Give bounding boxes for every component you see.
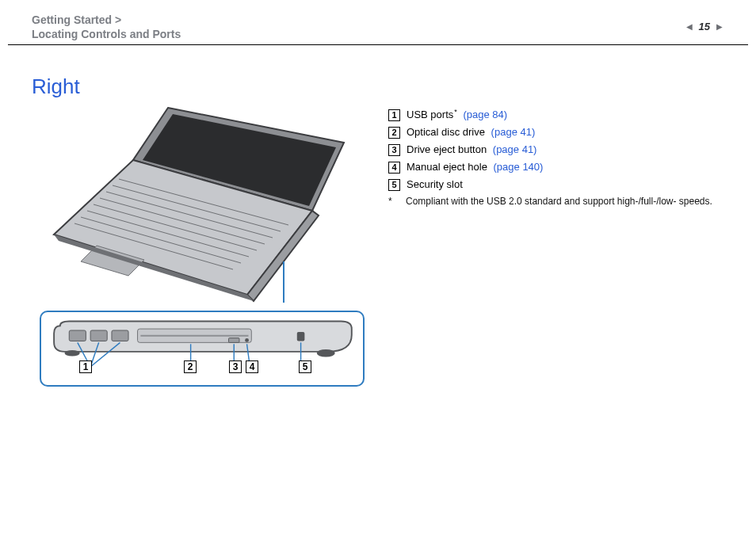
svg-rect-19 [112,330,128,341]
legend-item-3: 3 Drive eject button (page 41) [388,143,729,156]
legend-label-1: USB ports [407,109,453,120]
svg-rect-24 [297,332,305,341]
breadcrumb-line1: Getting Started > [32,13,181,27]
svg-point-23 [245,338,249,342]
callout-badge-2: 2 [184,360,197,373]
legend-label-5: Security slot [407,178,463,190]
callout-badge-4: 4 [246,360,258,373]
laptop-svg [49,105,361,303]
breadcrumb-line2: Locating Controls and Ports [32,27,181,41]
legend-item-5: 5 Security slot [388,178,729,191]
legend-pageref-3[interactable]: (page 41) [493,143,537,155]
legend-label-2: Optical disc drive [407,126,485,138]
legend: 1 USB ports* (page 84) 2 Optical disc dr… [388,108,729,207]
callout-badge-5: 5 [299,360,311,373]
svg-rect-18 [90,330,107,341]
page-next-icon[interactable]: ▶ [715,22,724,31]
legend-label-3: Drive eject button [407,143,487,155]
legend-item-2: 2 Optical disc drive (page 41) [388,126,729,139]
breadcrumb: Getting Started > Locating Controls and … [32,13,181,41]
callout-badge-3: 3 [229,360,242,373]
svg-point-15 [65,350,80,357]
page-prev-icon[interactable]: ◀ [685,22,694,31]
pager: ◀ 15 ▶ [685,21,724,32]
section-title: Right [32,74,80,99]
legend-num-3: 3 [388,144,400,156]
legend-num-4: 4 [388,162,400,174]
legend-pageref-2[interactable]: (page 41) [491,126,536,138]
svg-point-16 [317,349,335,357]
footnote-text: Compliant with the USB 2.0 standard and … [406,196,712,207]
legend-item-4: 4 Manual eject hole (page 140) [388,161,729,174]
legend-pageref-4[interactable]: (page 140) [494,161,544,173]
legend-num-2: 2 [388,127,400,139]
header-rule [8,44,748,45]
laptop-figure [49,105,361,303]
legend-footnote: * Compliant with the USB 2.0 standard an… [388,196,729,207]
callout-badges: 1 2 3 4 5 [40,360,365,384]
legend-item-1: 1 USB ports* (page 84) [388,108,729,121]
page-number: 15 [699,21,710,32]
legend-pageref-1[interactable]: (page 84) [463,109,507,120]
legend-num-5: 5 [388,179,400,191]
callout-badge-1: 1 [79,360,92,373]
svg-rect-17 [69,330,86,341]
footnote-mark: * [388,196,406,207]
legend-num-1: 1 [388,109,400,121]
svg-rect-22 [229,338,239,343]
legend-label-4: Manual eject hole [407,161,487,173]
legend-sup-1: * [454,108,457,116]
